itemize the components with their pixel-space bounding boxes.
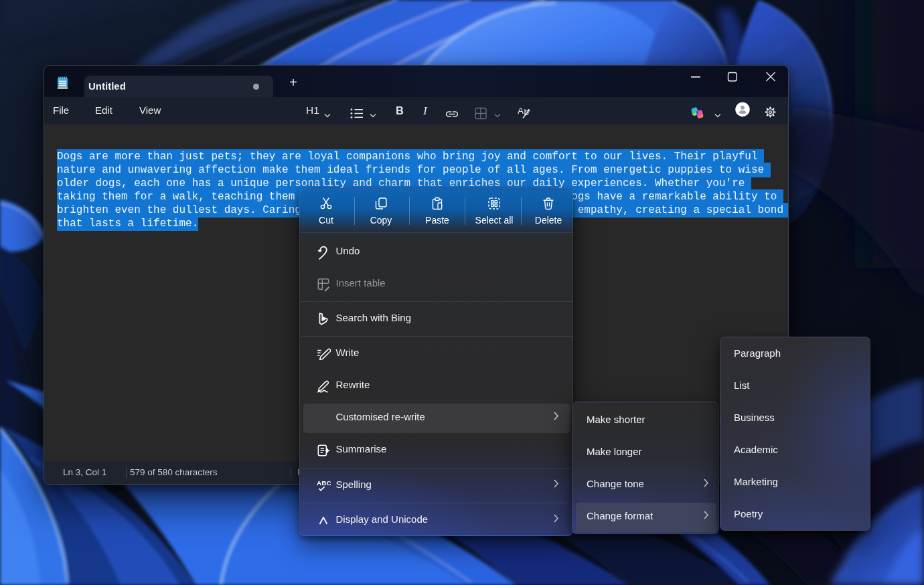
svg-text:A: A (518, 106, 524, 116)
svg-text:ABC: ABC (317, 479, 331, 487)
